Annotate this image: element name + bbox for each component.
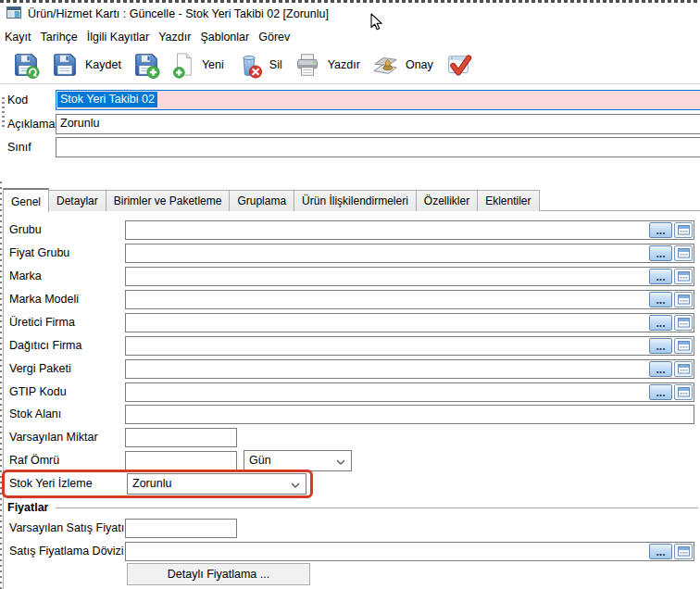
stok-yeri-izleme-select[interactable]: Zorunlu	[127, 473, 306, 495]
mouse-cursor	[370, 13, 383, 31]
tab-ozellikler[interactable]: Özellikler	[416, 190, 478, 211]
toolbar: Kaydet Yeni	[0, 46, 700, 84]
lookup-browse-button[interactable]: ...	[649, 245, 672, 261]
lookup-open-card-button[interactable]	[674, 315, 693, 331]
tab-strip: Genel Detaylar Birimler ve Paketleme Gru…	[3, 187, 539, 211]
lookup-open-card-button[interactable]	[674, 361, 693, 377]
left-splitter-grip[interactable]	[0, 182, 2, 589]
menu-sablonlar[interactable]: Şablonlar	[195, 29, 254, 45]
lookup-browse-button[interactable]: ...	[649, 361, 672, 377]
tab-gruplama[interactable]: Gruplama	[229, 190, 294, 211]
kod-selected-text: Stok Yeri Takibi 02	[57, 92, 157, 107]
window-icon	[6, 6, 21, 21]
page-plus-icon	[171, 51, 195, 79]
menu-tarihce[interactable]: Tarihçe	[36, 29, 82, 45]
trash-delete-icon	[235, 51, 263, 79]
kod-label: Kod	[7, 90, 28, 110]
mini-window-icon	[678, 318, 690, 328]
delete-button[interactable]: Sil	[235, 51, 282, 79]
dock-grip[interactable]	[0, 0, 700, 3]
menu-gorev[interactable]: Görev	[254, 29, 294, 45]
mini-window-icon	[678, 341, 690, 351]
menu-yazdir[interactable]: Yazdır	[154, 29, 195, 45]
menu-kayit[interactable]: Kayıt	[0, 29, 36, 45]
confirm-button[interactable]	[444, 51, 472, 79]
new-button[interactable]: Yeni	[171, 51, 224, 79]
tab-detaylar[interactable]: Detaylar	[48, 190, 106, 211]
vergi-paketi-label: Vergi Paketi	[9, 359, 71, 379]
sinif-input[interactable]	[56, 137, 700, 157]
satis-fiyatlama-dovizi-input[interactable]: ...	[125, 542, 694, 561]
lookup-browse-button[interactable]: ...	[649, 269, 672, 284]
save-refresh-button[interactable]	[12, 51, 40, 79]
lookup-browse-button[interactable]: ...	[649, 338, 672, 354]
lookup-open-card-button[interactable]	[674, 292, 693, 307]
tab-eklentiler[interactable]: Eklentiler	[477, 190, 539, 211]
tab-birimler-ve-paketleme[interactable]: Birimler ve Paketleme	[106, 190, 231, 211]
print-button[interactable]: Yazdır	[294, 51, 360, 79]
fiyat-grubu-label: Fiyat Grubu	[9, 244, 69, 263]
uretici-firma-label: Üretici Firma	[9, 313, 75, 332]
approve-button-label: Onay	[406, 58, 433, 71]
lookup-open-card-button[interactable]	[674, 222, 693, 238]
menubar: Kayıt Tarihçe İlgili Kayıtlar Yazdır Şab…	[0, 29, 294, 45]
uretici-firma-input[interactable]: ...	[125, 313, 694, 332]
toolbar-grip[interactable]	[2, 97, 5, 127]
grubu-label: Grubu	[9, 220, 42, 240]
floppy-refresh-icon	[12, 51, 40, 79]
lookup-browse-button[interactable]: ...	[649, 384, 672, 400]
varsayilan-satis-fiyati-label: Varsayılan Satış Fiyatı	[9, 519, 124, 538]
lookup-open-card-button[interactable]	[674, 544, 693, 559]
raf-omru-unit-select[interactable]: Gün	[244, 450, 352, 471]
chevron-down-icon	[336, 459, 345, 465]
tab-urun-iliskilendirmeleri[interactable]: Ürün İlişkilendirmeleri	[294, 190, 417, 211]
mini-window-icon	[678, 364, 690, 374]
mini-window-icon	[678, 271, 690, 282]
save-new-button[interactable]	[132, 51, 160, 79]
titlebar: Ürün/Hizmet Kartı : Güncelle - Stok Yeri…	[6, 6, 329, 21]
marka-input[interactable]: ...	[125, 267, 694, 286]
fiyat-grubu-input[interactable]: ...	[125, 244, 694, 263]
grubu-input[interactable]: ...	[125, 220, 694, 240]
save-button[interactable]: Kaydet	[51, 51, 121, 79]
delete-button-label: Sil	[269, 58, 282, 71]
lookup-open-card-button[interactable]	[674, 384, 693, 400]
kod-input[interactable]: Stok Yeri Takibi 02	[56, 90, 700, 110]
stok-alani-input[interactable]	[125, 405, 694, 424]
approve-button[interactable]: Onay	[371, 51, 433, 79]
lookup-browse-button[interactable]: ...	[649, 544, 672, 559]
gtip-kodu-label: GTIP Kodu	[9, 382, 67, 402]
mini-window-icon	[678, 546, 690, 557]
vergi-paketi-input[interactable]: ...	[125, 359, 694, 379]
save-button-label: Kaydet	[85, 58, 121, 71]
gtip-kodu-input[interactable]: ...	[125, 382, 694, 402]
printer-icon	[294, 51, 321, 79]
new-button-label: Yeni	[202, 58, 224, 71]
marka-modeli-input[interactable]: ...	[125, 290, 694, 309]
varsayilan-satis-fiyati-input[interactable]	[125, 519, 237, 538]
detayli-fiyatlama-button[interactable]: Detaylı Fiyatlama ...	[127, 563, 310, 585]
window-check-icon	[444, 51, 472, 79]
mini-window-icon	[678, 225, 690, 235]
product-card-window: Ürün/Hizmet Kartı : Güncelle - Stok Yeri…	[0, 0, 700, 589]
raf-omru-input[interactable]	[125, 451, 237, 470]
aciklama-input[interactable]: Zorunlu	[56, 114, 700, 134]
menu-ilgili-kayitlar[interactable]: İlgili Kayıtlar	[82, 29, 154, 45]
lookup-open-card-button[interactable]	[674, 338, 693, 354]
mini-window-icon	[678, 248, 690, 258]
lookup-open-card-button[interactable]	[674, 245, 693, 261]
print-button-label: Yazdır	[328, 58, 360, 71]
chevron-down-icon	[291, 482, 300, 488]
tab-genel[interactable]: Genel	[3, 188, 49, 212]
lookup-open-card-button[interactable]	[674, 269, 693, 284]
fiyatlar-group-title: Fiyatlar	[7, 501, 48, 514]
floppy-plus-icon	[132, 51, 160, 79]
mini-window-icon	[678, 294, 690, 305]
lookup-browse-button[interactable]: ...	[649, 292, 672, 307]
lookup-browse-button[interactable]: ...	[649, 222, 672, 238]
marka-label: Marka	[9, 267, 42, 286]
lookup-browse-button[interactable]: ...	[649, 315, 672, 331]
varsayilan-miktar-input[interactable]	[125, 428, 237, 447]
dagitici-firma-input[interactable]: ...	[125, 336, 694, 356]
stok-alani-label: Stok Alanı	[9, 405, 61, 424]
